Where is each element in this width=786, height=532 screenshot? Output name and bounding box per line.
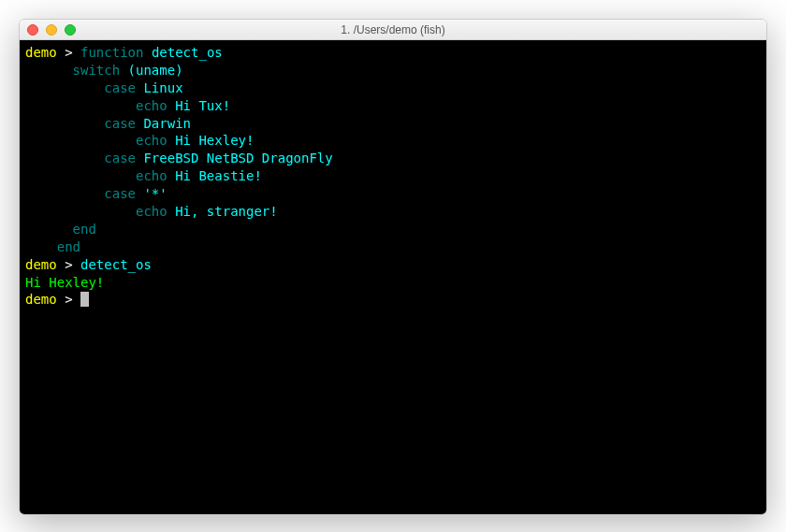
keyword-case: case bbox=[104, 80, 136, 95]
case-value: FreeBSD NetBSD DragonFly bbox=[143, 151, 332, 165]
close-icon[interactable] bbox=[27, 24, 38, 36]
keyword-case: case bbox=[104, 186, 136, 201]
code-line: case '*' bbox=[25, 185, 761, 203]
case-value: Linux bbox=[143, 80, 182, 95]
cursor-icon bbox=[80, 292, 89, 307]
keyword-echo: echo bbox=[136, 133, 167, 148]
code-line: case Darwin bbox=[25, 115, 761, 133]
prompt-user: demo bbox=[25, 292, 57, 307]
window-controls bbox=[20, 24, 76, 36]
paren: ) bbox=[175, 63, 182, 78]
keyword-echo: echo bbox=[136, 168, 167, 183]
keyword-function: function bbox=[80, 45, 143, 60]
output-line: Hi Hexley! bbox=[25, 274, 761, 292]
keyword-echo: echo bbox=[136, 98, 167, 113]
keyword-case: case bbox=[104, 151, 136, 165]
prompt-sep: > bbox=[57, 45, 80, 60]
terminal-window: 1. /Users/demo (fish) demo > function de… bbox=[19, 19, 767, 515]
keyword-end: end bbox=[73, 222, 96, 237]
prompt-user: demo bbox=[25, 45, 57, 60]
case-value: '*' bbox=[143, 186, 167, 201]
zoom-icon[interactable] bbox=[65, 24, 76, 36]
titlebar[interactable]: 1. /Users/demo (fish) bbox=[20, 20, 766, 40]
code-line: echo Hi Beastie! bbox=[25, 167, 761, 185]
code-line: end bbox=[25, 221, 761, 238]
code-line: demo > function detect_os bbox=[25, 44, 761, 62]
code-line: case FreeBSD NetBSD DragonFly bbox=[25, 150, 761, 167]
command: detect_os bbox=[80, 257, 152, 272]
code-line: switch (uname) bbox=[25, 62, 761, 79]
minimize-icon[interactable] bbox=[46, 24, 57, 36]
code-line: end bbox=[25, 238, 761, 256]
echo-arg: Hi Tux! bbox=[175, 98, 230, 113]
echo-arg: Hi, stranger! bbox=[175, 204, 278, 219]
switch-arg: uname bbox=[136, 63, 175, 78]
code-line: echo Hi Tux! bbox=[25, 97, 761, 115]
echo-arg: Hi Beastie! bbox=[175, 168, 262, 183]
code-line: echo Hi Hexley! bbox=[25, 132, 761, 150]
function-name: detect_os bbox=[152, 45, 223, 60]
keyword-end: end bbox=[57, 239, 80, 254]
case-value: Darwin bbox=[143, 116, 191, 131]
output-text: Hi Hexley! bbox=[25, 275, 104, 290]
prompt-sep: > bbox=[57, 292, 80, 307]
prompt-line: demo > bbox=[25, 291, 761, 309]
code-line: case Linux bbox=[25, 79, 761, 97]
echo-arg: Hi Hexley! bbox=[175, 133, 254, 148]
prompt-user: demo bbox=[25, 257, 57, 272]
keyword-case: case bbox=[104, 116, 136, 131]
paren: ( bbox=[120, 63, 136, 78]
prompt-sep: > bbox=[57, 257, 80, 272]
keyword-switch: switch bbox=[73, 63, 121, 78]
window-title: 1. /Users/demo (fish) bbox=[20, 23, 766, 36]
terminal-body[interactable]: demo > function detect_os switch (uname)… bbox=[20, 40, 766, 514]
keyword-echo: echo bbox=[136, 204, 167, 219]
code-line: echo Hi, stranger! bbox=[25, 203, 761, 221]
command-line: demo > detect_os bbox=[25, 256, 761, 274]
